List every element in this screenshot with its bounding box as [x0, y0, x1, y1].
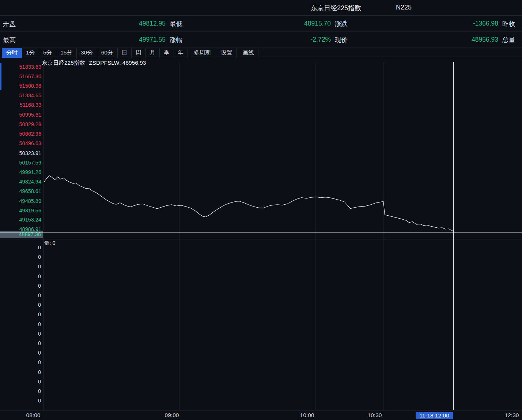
y-axis-label: 51168.33	[0, 102, 41, 108]
y-axis-label: 49319.56	[0, 208, 41, 213]
y-axis-label: 51334.65	[0, 92, 41, 98]
y-axis-label: 50662.96	[0, 131, 41, 137]
time-label: 10:00	[300, 412, 314, 419]
scrollbar-thumb	[0, 63, 1, 90]
y-axis-label: 49991.26	[0, 169, 41, 175]
y-axis-label: 50496.63	[0, 140, 41, 146]
time-label: 10:30	[368, 412, 382, 419]
y-axis-label: 49153.24	[0, 217, 41, 223]
y-axis-label: 50157.59	[0, 160, 41, 166]
time-label-current: 11-18 12:00	[416, 412, 453, 419]
y-axis-label: 51667.30	[0, 73, 41, 79]
y-axis-label: 50829.28	[0, 121, 41, 127]
time-label: 09:00	[165, 412, 179, 419]
y-axis-label: 49824.94	[0, 179, 41, 185]
y-axis-label: 51833.63	[0, 64, 41, 70]
crosshair-horizontal-line[interactable]	[0, 232, 522, 232]
price-polyline	[44, 175, 453, 231]
chart-legend: 东京日经225指数 ZSDPFSLW: 48956.93	[42, 59, 146, 67]
volume-label: 量: 0	[44, 240, 56, 247]
crosshair-vertical-line[interactable]	[453, 62, 454, 410]
time-label: 12:30	[505, 412, 519, 419]
y-axis-label: 49485.89	[0, 198, 41, 204]
y-axis-label: 50995.61	[0, 112, 41, 118]
y-axis-label: 49658.61	[0, 188, 41, 194]
y-axis-label: 51500.98	[0, 83, 41, 89]
time-label: 08:00	[26, 412, 41, 419]
legend-indicator-value: ZSDPFSLW: 48956.93	[89, 60, 146, 66]
y-axis-label: 50323.91	[0, 150, 41, 156]
legend-instrument-name: 东京日经225指数	[42, 60, 85, 66]
